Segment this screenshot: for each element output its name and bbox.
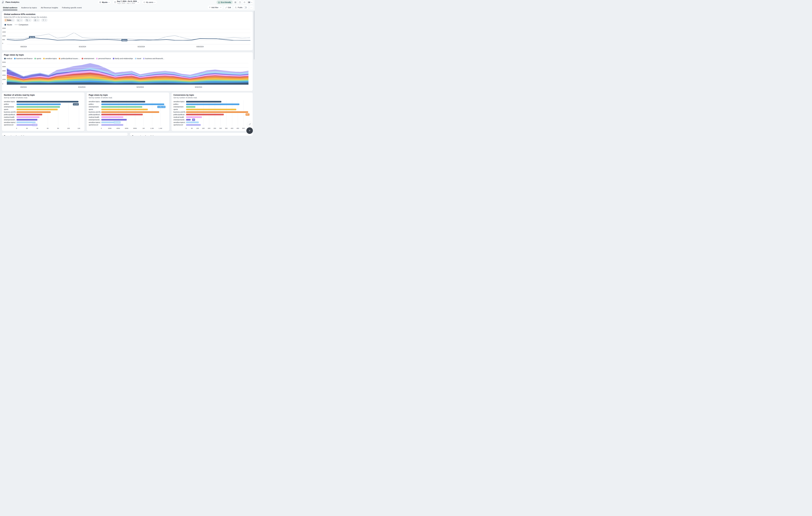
- bar[interactable]: [17, 119, 37, 120]
- bar[interactable]: [17, 114, 42, 115]
- bar-x-tick-label: 150: [202, 127, 205, 129]
- bar-category-label: sports/soccer: [173, 124, 186, 126]
- dashboard-tabbar: Global audienceAudience by topicsAd Reve…: [0, 4, 255, 10]
- user-menu[interactable]: VM: [247, 0, 253, 4]
- legend-item-sensitive-topics[interactable]: sensitive-topics: [43, 58, 57, 59]
- legend-item-family-and-relationships[interactable]: family-and-relationships: [113, 58, 133, 59]
- bar[interactable]: [186, 101, 221, 103]
- bar[interactable]: [186, 111, 248, 113]
- legend-item-medical[interactable]: medical: [4, 58, 12, 59]
- legend-item-travel[interactable]: travel: [135, 58, 141, 59]
- bar-x-tick-label: 0: [185, 127, 186, 129]
- eco-friendly-badge[interactable]: Eco-friendly: [216, 0, 233, 4]
- bar[interactable]: [186, 121, 199, 123]
- comparison-dotted-swatch: [15, 25, 18, 25]
- notifications-button[interactable]: [242, 0, 246, 4]
- public-toggle[interactable]: [243, 6, 247, 8]
- bar[interactable]: [102, 119, 127, 120]
- legend-item-politics-political-issues-[interactable]: politics/political-issues-...: [59, 58, 80, 59]
- chart-filter-button[interactable]: +: [41, 18, 48, 22]
- bar[interactable]: [186, 104, 239, 105]
- bar[interactable]: [17, 111, 51, 113]
- tab-following-specific-event[interactable]: Following specific event: [62, 4, 82, 10]
- legend-swatch: [113, 58, 114, 59]
- legend-label: business-and-finance/b...: [145, 58, 164, 59]
- bar[interactable]: [102, 104, 164, 105]
- kpi-x-tick-label: 9/30/2024: [196, 46, 204, 48]
- bar[interactable]: [17, 101, 79, 103]
- tab-ad-revenue-insights[interactable]: Ad Revenue Insights: [41, 4, 58, 10]
- bar[interactable]: [102, 121, 115, 123]
- my-alerts-selector[interactable]: My alerts: [142, 0, 157, 4]
- legend-item-business-and-finance-b-[interactable]: business-and-finance/b...: [143, 58, 164, 59]
- legend-item-entertainment[interactable]: entertainment: [82, 58, 94, 59]
- boost-button[interactable]: [247, 122, 252, 127]
- bar-track: [17, 111, 82, 113]
- legend-label: business-and-finance: [16, 58, 32, 59]
- legend-item-personal-finance[interactable]: personal-finance: [96, 58, 111, 59]
- bar[interactable]: [186, 106, 195, 108]
- site-selector[interactable]: Mysite: [98, 0, 111, 4]
- bar[interactable]: [102, 124, 123, 126]
- settings-selector[interactable]: [33, 18, 40, 22]
- bar-category-label: politics/political-...: [173, 114, 186, 116]
- legend-label: personal-finance: [98, 58, 111, 59]
- piano-analytics-dashboard: { "header": { "app_title": "Piano Analyt…: [0, 0, 255, 136]
- kpi-selector[interactable]: Visits: [4, 18, 15, 22]
- kpi-y-tick-label: 150K: [2, 31, 6, 33]
- public-toggle-group[interactable]: Public: [233, 5, 249, 9]
- bar-x-tick-label: 0: [16, 127, 17, 129]
- legend-swatch: [34, 58, 36, 59]
- tab-global-audience[interactable]: Global audience: [3, 4, 18, 10]
- bar[interactable]: [186, 116, 202, 118]
- add-filter-button[interactable]: Add filter +: [207, 5, 223, 9]
- bar-rows: sensitive-topicspoliticsentertainmentspo…: [173, 101, 250, 126]
- apps-grid-button[interactable]: [233, 0, 237, 4]
- area-card-title: Page views by topic: [4, 54, 24, 56]
- legend-item-business-and-finance[interactable]: business-and-finance: [14, 58, 32, 59]
- bar-row: medical-health: [4, 116, 82, 118]
- edit-button[interactable]: Edit: [224, 5, 232, 9]
- gear-icon: [34, 19, 36, 21]
- help-button[interactable]: [238, 0, 242, 4]
- bar[interactable]: [17, 124, 33, 126]
- bar-track: [186, 124, 250, 126]
- bar[interactable]: [102, 106, 142, 108]
- bar-category-label: business-and-fin...: [173, 111, 186, 113]
- dashboard-actions: Add filter + Edit Public: [207, 5, 253, 9]
- bar[interactable]: [17, 106, 60, 108]
- legend-swatch: [4, 58, 6, 59]
- pageviews-bar-title: Page views by topic: [89, 94, 108, 96]
- chevron-down-icon: [29, 20, 30, 21]
- more-options-button[interactable]: ...: [250, 5, 253, 9]
- data-source-selector[interactable]: [24, 18, 32, 22]
- edit-label: Edit: [228, 6, 231, 8]
- bar[interactable]: [17, 109, 58, 110]
- bar[interactable]: [186, 109, 236, 110]
- bar-category-label: sensitive-topics/...: [89, 121, 102, 123]
- people-icon: [235, 7, 237, 8]
- date-range-selector[interactable]: Sep 7, 2024 - Oct 6, 2024 Aug 3, 2024 - …: [113, 0, 140, 4]
- bar[interactable]: [17, 116, 39, 118]
- tab-audience-by-topics[interactable]: Audience by topics: [21, 4, 37, 10]
- bar[interactable]: [102, 114, 143, 115]
- vertical-scrollbar[interactable]: [254, 11, 255, 59]
- bar-track: [102, 111, 166, 113]
- bar[interactable]: [102, 109, 148, 110]
- bar[interactable]: [102, 111, 159, 113]
- area-legend: medicalbusiness-and-financesportssensiti…: [4, 58, 164, 59]
- chart-type-selector[interactable]: [16, 18, 23, 22]
- bar-axis: 0200K400K600K800K1M1.2M1.4M: [102, 127, 166, 129]
- bar[interactable]: [102, 116, 123, 118]
- legend-item-sports[interactable]: sports: [34, 58, 41, 59]
- bar[interactable]: [186, 124, 201, 126]
- bar[interactable]: [186, 119, 191, 120]
- bar[interactable]: [17, 104, 61, 105]
- bar[interactable]: [17, 121, 35, 123]
- bar[interactable]: [186, 114, 224, 115]
- bar[interactable]: [102, 101, 145, 103]
- bar-track: [102, 121, 166, 123]
- add-widget-fab[interactable]: +: [246, 127, 253, 134]
- bar-category-label: sports: [89, 109, 102, 110]
- pageviews-area-chart[interactable]: [7, 63, 249, 85]
